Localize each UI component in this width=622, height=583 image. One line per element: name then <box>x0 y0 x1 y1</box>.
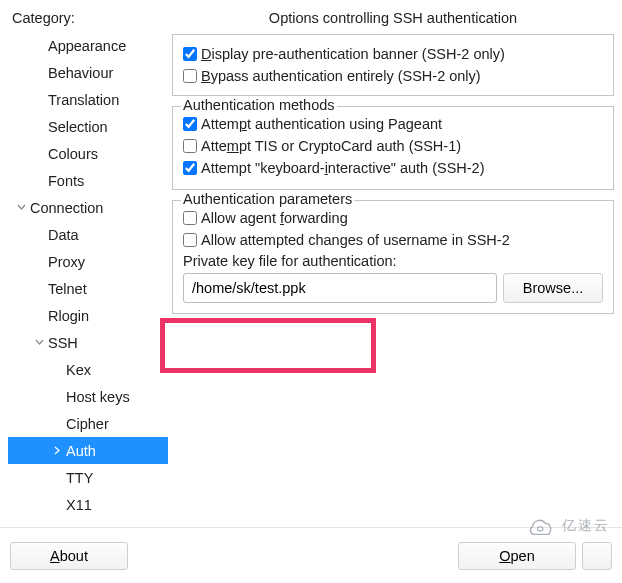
username-change-option[interactable]: Allow attempted changes of username in S… <box>183 229 603 251</box>
private-key-label: Private key file for authentication: <box>183 251 603 273</box>
display-banner-option[interactable]: Display pre-authentication banner (SSH-2… <box>183 43 603 65</box>
top-options-panel: Display pre-authentication banner (SSH-2… <box>172 34 614 96</box>
tree-item-fonts[interactable]: Fonts <box>8 167 168 194</box>
page-title: Options controlling SSH authentication <box>172 8 614 34</box>
tree-item-rlogin[interactable]: Rlogin <box>8 302 168 329</box>
agent-forwarding-checkbox[interactable] <box>183 211 197 225</box>
tree-item-kex[interactable]: Kex <box>8 356 168 383</box>
agent-forwarding-option[interactable]: Allow agent forwarding <box>183 207 603 229</box>
tree-item-data[interactable]: Data <box>8 221 168 248</box>
bypass-auth-checkbox[interactable] <box>183 69 197 83</box>
tree-item-appearance[interactable]: Appearance <box>8 32 168 59</box>
about-button[interactable]: About <box>10 542 128 570</box>
tree-item-cipher[interactable]: Cipher <box>8 410 168 437</box>
tree-item-connection[interactable]: Connection <box>8 194 168 221</box>
auth-params-panel: Authentication parameters Allow agent fo… <box>172 200 614 314</box>
category-tree[interactable]: Appearance Behaviour Translation Selecti… <box>8 30 168 516</box>
bypass-auth-option[interactable]: Bypass authentication entirely (SSH-2 on… <box>183 65 603 87</box>
tree-item-ssh[interactable]: SSH <box>8 329 168 356</box>
watermark-text: 亿速云 <box>562 517 610 535</box>
partial-button[interactable] <box>582 542 612 570</box>
browse-button[interactable]: Browse... <box>503 273 603 303</box>
chevron-right-icon[interactable] <box>48 443 66 459</box>
kbi-option[interactable]: Attempt "keyboard-interactive" auth (SSH… <box>183 157 603 179</box>
tis-checkbox[interactable] <box>183 139 197 153</box>
tree-item-auth[interactable]: Auth <box>8 437 168 464</box>
watermark: 亿速云 <box>529 515 610 537</box>
auth-methods-legend: Authentication methods <box>181 97 337 113</box>
tis-option[interactable]: Attempt TIS or CryptoCard auth (SSH-1) <box>183 135 603 157</box>
username-change-checkbox[interactable] <box>183 233 197 247</box>
tree-item-colours[interactable]: Colours <box>8 140 168 167</box>
cloud-icon <box>529 515 557 537</box>
pageant-option[interactable]: Attempt authentication using Pageant <box>183 113 603 135</box>
tree-item-x11[interactable]: X11 <box>8 491 168 516</box>
auth-params-legend: Authentication parameters <box>181 191 354 207</box>
tree-item-tty[interactable]: TTY <box>8 464 168 491</box>
chevron-down-icon[interactable] <box>30 335 48 351</box>
tree-item-telnet[interactable]: Telnet <box>8 275 168 302</box>
open-button[interactable]: Open <box>458 542 576 570</box>
auth-methods-panel: Authentication methods Attempt authentic… <box>172 106 614 190</box>
pageant-checkbox[interactable] <box>183 117 197 131</box>
display-banner-checkbox[interactable] <box>183 47 197 61</box>
chevron-down-icon[interactable] <box>12 200 30 216</box>
kbi-checkbox[interactable] <box>183 161 197 175</box>
tree-item-selection[interactable]: Selection <box>8 113 168 140</box>
tree-item-behaviour[interactable]: Behaviour <box>8 59 168 86</box>
category-label: Category: <box>8 8 168 30</box>
svg-point-0 <box>537 527 543 531</box>
tree-item-translation[interactable]: Translation <box>8 86 168 113</box>
tree-item-proxy[interactable]: Proxy <box>8 248 168 275</box>
tree-item-hostkeys[interactable]: Host keys <box>8 383 168 410</box>
private-key-input[interactable] <box>183 273 497 303</box>
